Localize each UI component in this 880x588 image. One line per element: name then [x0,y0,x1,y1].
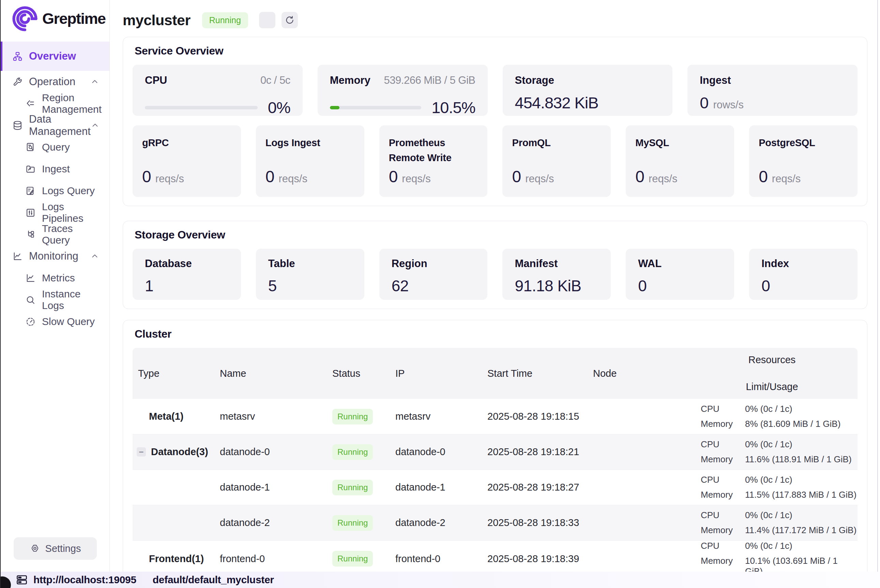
col-type: Type [132,368,215,379]
logo[interactable]: Greptime [0,0,110,32]
protocol-value: 0 [389,167,398,186]
sidebar-item-label: Region Management [42,92,102,115]
sidebar-item-region-management[interactable]: Region Management [0,93,110,114]
sidebar-item-label: Operation [29,76,75,88]
sidebar-item-label: Data Management [29,113,91,138]
gear-icon [30,543,40,554]
cell-type: − Datanode(3) [132,446,215,458]
sidebar-item-label: Ingest [42,163,70,175]
stat-value: 0 [638,277,722,295]
protocol-value: 0 [635,167,644,186]
page-title: mycluster [123,12,191,28]
cell-status: Running [327,515,390,531]
running-badge: Running [332,515,373,531]
cell-start-time: 2025-08-28 19:18:33 [482,517,587,528]
stat-label: WAL [638,258,722,270]
memory-resource-value: 8% (81.609 MiB / 1 GiB) [745,418,841,429]
cpu-card: CPU 0c / 5c 0% [132,65,303,116]
cell-ip: frontend-0 [390,553,482,564]
protocol-label: Logs Ingest [266,136,355,151]
sidebar-item-monitoring[interactable]: Monitoring [0,245,110,267]
cpu-resource-label: CPU [701,541,745,551]
chevron-up-icon[interactable] [90,77,99,86]
service-overview-section: Service Overview CPU 0c / 5c 0% Memory 5… [123,37,867,206]
sidebar-item-query[interactable]: Query [0,136,110,158]
protocol-card-mysql: MySQL 0 reqs/s [626,125,734,197]
sidebar-item-label: Metrics [42,272,75,284]
sidebar-item-label: Slow Query [42,316,95,327]
cell-name: metasrv [215,411,327,422]
memory-resource-value: 11.5% (117.883 MiB / 1 GiB) [745,489,856,500]
stat-label: Table [268,258,352,270]
cell-start-time: 2025-08-28 19:18:27 [482,482,587,493]
cell-status: Running [327,551,390,567]
ingest-unit: rows/s [713,99,744,111]
sidebar-item-traces-query[interactable]: Traces Query [0,224,110,245]
protocol-card-logs-ingest: Logs Ingest 0 reqs/s [256,125,364,197]
settings-label: Settings [45,543,81,554]
memory-resource-label: Memory [701,489,745,500]
ingest-icon [25,164,36,174]
sidebar-item-logs-pipelines[interactable]: Logs Pipelines [0,202,110,224]
chevron-up-icon[interactable] [91,121,99,130]
stat-label: Database [145,258,229,270]
memory-resource-label: Memory [701,454,745,465]
metrics-icon [25,273,36,284]
cell-status: Running [327,480,390,495]
memory-card: Memory 539.266 MiB / 5 GiB 10.5% [318,65,488,116]
storage-stat-card-region: Region 62 [379,249,488,300]
sidebar-item-operation[interactable]: Operation [0,71,110,93]
protocol-unit: reqs/s [525,173,554,185]
section-title: Service Overview [135,45,857,57]
sidebar-item-metrics[interactable]: Metrics [0,267,110,289]
sidebar-item-slow-query[interactable]: Slow Query [0,311,110,333]
running-badge: Running [332,480,373,495]
cell-ip: datanode-0 [390,446,482,458]
protocol-cards-row: gRPC 0 reqs/s Logs Ingest 0 reqs/s Prome… [132,125,857,197]
col-status: Status [327,368,390,379]
cpu-resource-value: 0% (0c / 1c) [745,510,792,520]
running-badge: Running [332,444,373,460]
cell-name: datanode-1 [215,482,327,493]
status-bar: http://localhost:19095 default/default_m… [0,572,880,588]
sidebar-item-instance-logs[interactable]: Instance Logs [0,289,110,311]
sidebar-item-label: Instance Logs [42,288,99,311]
section-title: Cluster [135,328,857,340]
cell-type: Meta(1) [132,411,215,422]
running-badge: Running [332,409,373,424]
cpu-resource-label: CPU [701,404,745,414]
table-row: − Datanode(3) datanode-0 Running datanod… [132,434,857,470]
cell-start-time: 2025-08-28 19:18:15 [482,411,587,422]
sidebar-item-ingest[interactable]: Ingest [0,158,110,180]
sidebar-item-label: Logs Pipelines [42,201,99,224]
cpu-percent: 0% [268,98,290,117]
cpu-resource-label: CPU [701,510,745,520]
protocol-card-prometheus-remote-write: Prometheus Remote Write 0 reqs/s [379,125,488,197]
scrollbar[interactable] [877,0,878,572]
cell-resources: CPU0% (0c / 1c) Memory8% (81.609 MiB / 1… [686,404,857,429]
running-badge: Running [332,551,373,567]
sidebar-item-overview[interactable]: Overview [0,42,110,71]
cpu-resource-label: CPU [701,474,745,485]
sidebar-item-label: Traces Query [42,223,99,246]
memory-limit: 539.266 MiB / 5 GiB [384,74,475,87]
collapse-icon[interactable]: − [137,447,146,456]
settings-button[interactable]: Settings [14,537,97,560]
storage-card: Storage 454.832 KiB [503,65,673,116]
sidebar-item-data-management[interactable]: Data Management [0,114,110,136]
protocol-card-postgresql: PostgreSQL 0 reqs/s [749,125,857,197]
stat-label: Region [392,258,475,270]
chevron-up-icon[interactable] [90,252,99,261]
stat-value: 1 [145,277,229,295]
cell-name: datanode-2 [215,517,327,528]
refresh-button[interactable] [282,12,298,28]
blank-action-button[interactable] [259,12,275,28]
storage-label: Storage [515,74,554,87]
service-metrics-row: CPU 0c / 5c 0% Memory 539.266 MiB / 5 Gi… [132,65,857,116]
sidebar-item-logs-query[interactable]: Logs Query [0,180,110,202]
main-content: mycluster Running Service Overview CPU 0… [110,0,880,572]
table-row: Meta(1) metasrv Running metasrv 2025-08-… [132,399,857,434]
traces-query-icon [25,229,36,240]
current-database: default/default_mycluster [153,574,274,586]
memory-resource-value: 11.6% (118.91 MiB / 1 GiB) [745,454,852,465]
